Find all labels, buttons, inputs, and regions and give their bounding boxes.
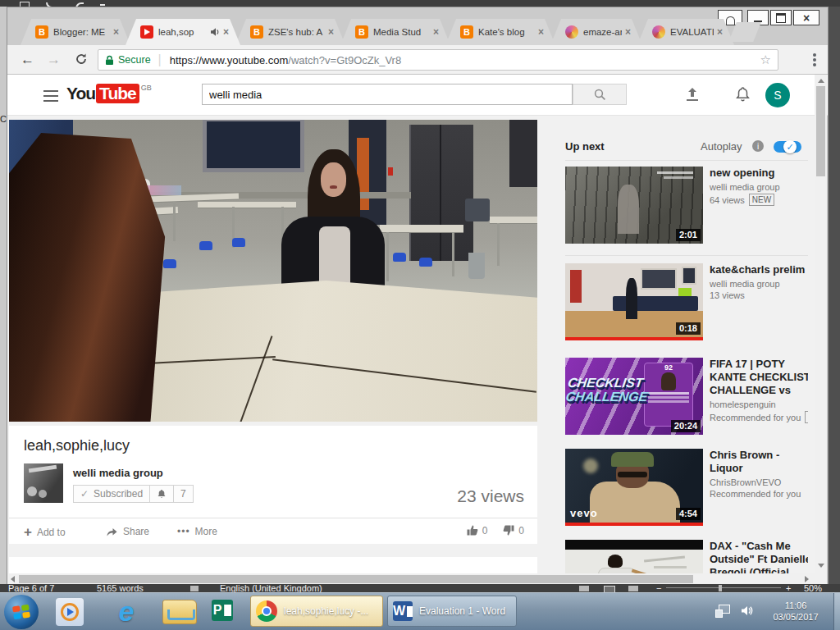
tab-close-icon[interactable]: ×	[538, 26, 544, 38]
tab-zse-hub[interactable]: B ZSE's hub: A ×	[235, 19, 345, 45]
ie-taskbar-icon[interactable]: e	[110, 595, 143, 628]
tab-close-icon[interactable]: ×	[433, 26, 439, 38]
word-language[interactable]: English (United Kingdom)	[220, 584, 322, 592]
back-button[interactable]: ←	[21, 52, 34, 66]
channel-avatar[interactable]	[24, 463, 63, 503]
video-title[interactable]: kate&charls prelim	[710, 263, 808, 276]
maximize-button[interactable]	[770, 10, 792, 25]
word-taskbar-button[interactable]: W Evaluation 1 - Word	[387, 596, 517, 627]
bookmark-star-icon[interactable]: ☆	[760, 52, 771, 67]
coat	[590, 482, 680, 526]
zoom-out-button[interactable]: −	[656, 584, 661, 592]
add-to-button[interactable]: + Add to	[24, 526, 66, 538]
video-title[interactable]: DAX - "Cash Me Outside" Ft Danielle Breg…	[710, 540, 808, 573]
upnext-item[interactable]: vevo 4:54 Chris Brown - Liquor ChrisBrow…	[565, 449, 808, 531]
explorer-taskbar-icon[interactable]	[161, 600, 197, 624]
tab-close-icon[interactable]: ×	[223, 26, 229, 38]
subscribed-button[interactable]: ✓Subscribed 7	[73, 485, 194, 503]
video-title: leah,sophie,lucy	[24, 437, 130, 454]
video-title[interactable]: Chris Brown - Liquor	[710, 449, 808, 475]
video-title[interactable]: new opening	[710, 167, 808, 180]
video-thumbnail[interactable]	[565, 540, 703, 573]
notification-bell-segment[interactable]	[149, 486, 173, 502]
sewing-machine	[465, 199, 490, 221]
channel-name[interactable]: welli media group	[73, 467, 163, 479]
show-desktop-button[interactable]	[833, 593, 840, 630]
autoplay-label[interactable]: Autoplay	[701, 140, 742, 153]
tab-close-icon[interactable]: ×	[328, 26, 334, 38]
spellcheck-icon[interactable]	[190, 586, 199, 591]
wmp-taskbar-icon[interactable]	[56, 598, 84, 626]
video-thumbnail[interactable]: 0:18	[565, 263, 703, 340]
like-button[interactable]: 0	[466, 524, 488, 536]
tab-kates-blog[interactable]: B Kate's blog ×	[445, 19, 555, 45]
upnext-item[interactable]: 2:01 new opening welli media group 64 vi…	[565, 167, 808, 249]
volume-tray-icon[interactable]	[740, 604, 754, 621]
video-player[interactable]	[9, 120, 537, 422]
web-layout-icon[interactable]	[628, 586, 638, 591]
word-page-indicator[interactable]: Page 6 of 7	[8, 584, 54, 592]
video-title[interactable]: FIFA 17 | POTY KANTE CHECKLIST CHALLENGE…	[710, 358, 808, 397]
info-icon[interactable]: i	[752, 140, 764, 152]
search-button[interactable]	[573, 84, 627, 105]
tab-media-stud[interactable]: B Media Stud ×	[340, 19, 450, 45]
video-channel[interactable]: welli media group	[710, 279, 808, 289]
tab-evaluation[interactable]: EVALUATIO ×	[637, 19, 734, 45]
scroll-left-arrow[interactable]	[11, 576, 15, 582]
tab-close-icon[interactable]: ×	[113, 26, 119, 38]
video-thumbnail[interactable]: 2:01	[565, 167, 703, 244]
tab-close-icon[interactable]: ×	[625, 26, 631, 38]
read-mode-icon[interactable]	[579, 586, 589, 591]
horizontal-scrollbar[interactable]	[7, 573, 815, 585]
share-button[interactable]: Share	[106, 526, 149, 537]
forward-button[interactable]: →	[47, 52, 61, 66]
video-thumbnail[interactable]: 92 CHECKLIST CHALLENGE 20:24	[565, 358, 703, 435]
subscribed-segment[interactable]: ✓Subscribed	[74, 486, 149, 502]
emaze-favicon	[565, 25, 578, 39]
hamburger-menu-icon[interactable]	[43, 90, 58, 105]
account-avatar[interactable]: S	[765, 83, 790, 107]
upload-icon[interactable]	[684, 86, 701, 106]
zoom-level[interactable]: 50%	[804, 584, 822, 592]
youtube-logo[interactable]: You Tube GB	[66, 84, 152, 103]
zoom-in-button[interactable]: +	[786, 584, 791, 592]
ie-e-icon: e	[119, 596, 135, 628]
video-thumbnail[interactable]: vevo 4:54	[565, 449, 703, 526]
chrome-taskbar-button[interactable]: leah,sophie,lucy -...	[250, 596, 383, 627]
horizontal-scroll-thumb[interactable]	[19, 575, 693, 583]
start-button[interactable]	[4, 595, 39, 629]
scroll-right-arrow[interactable]	[805, 576, 809, 582]
word-word-count[interactable]: 5165 words	[97, 584, 144, 592]
taskbar-clock[interactable]: 11:06 03/05/2017	[761, 600, 830, 623]
scroll-up-arrow[interactable]	[818, 79, 824, 83]
network-tray-icon[interactable]	[715, 605, 730, 617]
zoom-slider-thumb[interactable]	[719, 585, 722, 591]
reload-button[interactable]	[75, 52, 88, 69]
tab-leah-sophie-lucy[interactable]: leah,sop ×	[126, 19, 240, 45]
upnext-item[interactable]: 0:18 kate&charls prelim welli media grou…	[565, 263, 808, 345]
tab-audio-icon[interactable]	[210, 27, 220, 37]
vertical-scroll-thumb[interactable]	[816, 86, 825, 176]
more-button[interactable]: ••• More	[177, 526, 217, 537]
upnext-item[interactable]: DAX - "Cash Me Outside" Ft Danielle Breg…	[565, 540, 808, 573]
scroll-down-arrow[interactable]	[818, 564, 824, 568]
video-channel[interactable]: ChrisBrownVEVO	[710, 477, 808, 487]
search-input[interactable]	[202, 84, 573, 105]
publisher-taskbar-icon[interactable]: P	[212, 600, 233, 621]
tab-close-icon[interactable]: ×	[717, 26, 723, 38]
dislike-button[interactable]: 0	[502, 524, 524, 536]
close-button[interactable]: ×	[793, 10, 819, 25]
zoom-slider[interactable]	[666, 587, 781, 588]
url-text[interactable]: https://www.youtube.com/watch?v=Gt9OcZk_…	[170, 54, 401, 66]
print-layout-icon[interactable]	[604, 586, 615, 592]
upnext-item[interactable]: 92 CHECKLIST CHALLENGE 20:24	[565, 358, 808, 443]
video-channel[interactable]: homelespenguin	[710, 399, 808, 409]
vertical-scrollbar[interactable]	[815, 75, 827, 585]
tab-emaze[interactable]: emaze-ama ×	[550, 19, 642, 45]
autoplay-toggle[interactable]: ✓	[774, 141, 801, 153]
address-bar[interactable]: Secure | https://www.youtube.com/watch?v…	[98, 49, 778, 71]
video-channel[interactable]: welli media group	[710, 182, 808, 192]
browser-menu-icon[interactable]	[813, 52, 816, 68]
tab-blogger-me[interactable]: B Blogger: ME ×	[21, 19, 130, 45]
notifications-bell-icon[interactable]	[735, 86, 751, 106]
